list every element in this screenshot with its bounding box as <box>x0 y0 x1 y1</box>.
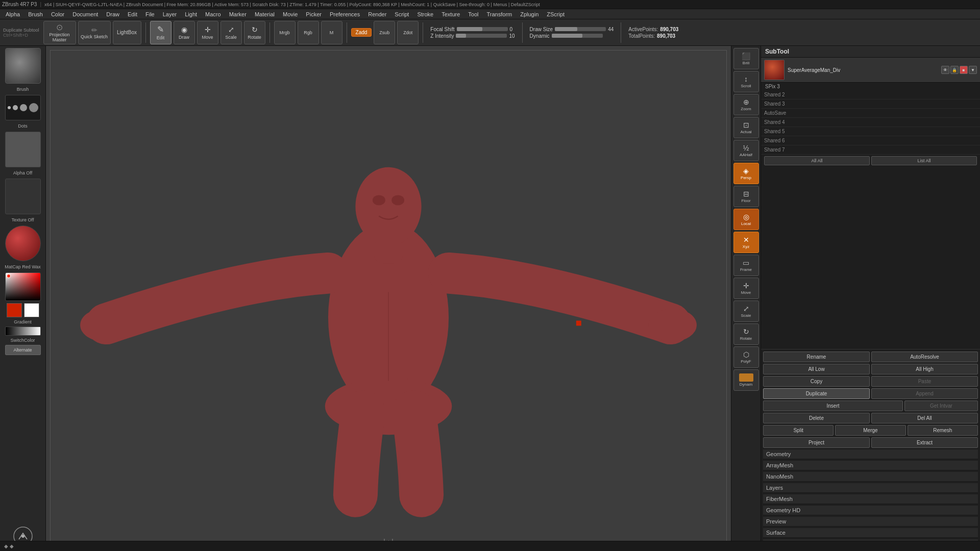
subtool-expand-btn[interactable]: ▼ <box>969 66 977 74</box>
all-all-button[interactable]: All All <box>764 156 870 165</box>
subtool-main-item[interactable]: SuperAverageMan_Div 👁 🔒 ■ ▼ <box>761 58 980 83</box>
dynam-button[interactable]: Dynam <box>733 369 759 391</box>
copy-button[interactable]: Copy <box>763 376 870 387</box>
subtool-color-btn[interactable]: ■ <box>960 66 968 74</box>
nanomesh-section[interactable]: NanoMesh <box>763 472 978 482</box>
scale-rt-button[interactable]: ⤢ Scale <box>733 300 759 322</box>
merge-button[interactable]: Merge <box>835 425 905 436</box>
split-button[interactable]: Split <box>763 425 834 436</box>
get-intvar-button[interactable]: Get Intvar <box>904 400 978 411</box>
rotate-rt-button[interactable]: ↻ Rotate <box>733 323 759 345</box>
dots-preview[interactable] <box>5 95 41 120</box>
brill-button[interactable]: ⬛ Brill <box>733 48 759 69</box>
menu-texture[interactable]: Texture <box>438 10 463 18</box>
menu-brush[interactable]: Brush <box>24 10 46 18</box>
arraymesh-section[interactable]: ArrayMesh <box>763 461 978 470</box>
move-button[interactable]: ✛ Move <box>197 21 218 44</box>
menu-alpha[interactable]: Alpha <box>2 10 23 18</box>
fibermesh-section[interactable]: FiberMesh <box>763 494 978 504</box>
menu-script[interactable]: Script <box>391 10 412 18</box>
menu-stroke[interactable]: Stroke <box>413 10 437 18</box>
aahalf-button[interactable]: ½ AAHalf <box>733 140 759 161</box>
local-button[interactable]: ◎ Local <box>733 209 759 230</box>
rgb-button[interactable]: Rgb <box>298 21 319 44</box>
draw-size-slider[interactable] <box>555 27 606 31</box>
all-high-button[interactable]: All High <box>871 364 978 374</box>
dynamic-slider[interactable] <box>552 34 603 38</box>
polyf-button[interactable]: ⬡ PolyF <box>733 346 759 368</box>
color-picker[interactable] <box>5 272 41 301</box>
menu-render[interactable]: Render <box>364 10 390 18</box>
delete-button[interactable]: Delete <box>763 413 870 423</box>
menu-material[interactable]: Material <box>251 10 278 18</box>
brush-preview[interactable] <box>5 48 41 84</box>
all-low-button[interactable]: All Low <box>763 364 870 374</box>
menu-picker[interactable]: Picker <box>302 10 325 18</box>
subtool-row[interactable]: Shared 7 <box>761 145 980 155</box>
remesh-button[interactable]: Remesh <box>908 425 978 436</box>
subtool-row[interactable]: Shared 4 <box>761 118 980 127</box>
alpha-preview[interactable] <box>5 132 41 167</box>
menu-light[interactable]: Light <box>181 10 201 18</box>
draw-button[interactable]: ◉ Draw <box>174 21 195 44</box>
xyz-button[interactable]: ✕ Xyz <box>733 232 759 253</box>
projection-master-button[interactable]: ⊙ Projection Master <box>43 21 76 44</box>
subtool-row[interactable]: AutoSave <box>761 109 980 118</box>
background-swatch[interactable] <box>24 303 39 317</box>
mrgb-button[interactable]: Mrgb <box>274 21 296 44</box>
subtool-row[interactable]: Shared 6 <box>761 136 980 145</box>
rotate-button[interactable]: ↻ Rotate <box>244 21 265 44</box>
menu-edit[interactable]: Edit <box>124 10 141 18</box>
menu-file[interactable]: File <box>142 10 158 18</box>
menu-document[interactable]: Document <box>69 10 102 18</box>
actual-button[interactable]: ⊡ Actual <box>733 117 759 138</box>
subtool-row[interactable]: Shared 3 <box>761 99 980 109</box>
scroll-button[interactable]: ↕ Scroll <box>733 71 759 92</box>
menu-transform[interactable]: Transform <box>483 10 516 18</box>
subtool-row[interactable]: Shared 5 <box>761 127 980 136</box>
quick-sketch-button[interactable]: ✏ Quick Sketch <box>78 21 111 44</box>
insert-button[interactable]: Insert <box>763 400 903 411</box>
subtool-lock-btn[interactable]: 🔒 <box>950 66 959 74</box>
layers-section[interactable]: Layers <box>763 483 978 493</box>
paste-button[interactable]: Paste <box>871 376 978 387</box>
extract-button[interactable]: Extract <box>871 437 978 448</box>
menu-macro[interactable]: Macro <box>202 10 225 18</box>
alternate-button[interactable]: Alternate <box>5 345 41 355</box>
duplicate-button[interactable]: Duplicate <box>763 388 870 399</box>
geometry-top-section[interactable]: Geometry <box>763 449 978 459</box>
zdot-button[interactable]: Zdot <box>397 21 419 44</box>
menu-preferences[interactable]: Preferences <box>326 10 363 18</box>
menu-draw[interactable]: Draw <box>103 10 123 18</box>
list-all-button[interactable]: List All <box>871 156 977 165</box>
menu-zscript[interactable]: ZScript <box>543 10 568 18</box>
edit-button[interactable]: ✎ Edit <box>150 21 172 44</box>
subtool-vis-btn[interactable]: 👁 <box>941 66 949 74</box>
z-intensity-slider[interactable] <box>456 34 507 38</box>
foreground-swatch[interactable] <box>7 303 22 317</box>
del-all-button[interactable]: Del All <box>871 413 978 423</box>
auto-resolve-button[interactable]: AutoResolve <box>871 352 978 362</box>
rename-button[interactable]: Rename <box>763 352 870 362</box>
zoom-button[interactable]: ⊕ Zoom <box>733 94 759 115</box>
zsub-button[interactable]: Zsub <box>374 21 395 44</box>
canvas-area[interactable]: ◆ <box>46 46 731 551</box>
focal-shift-slider[interactable] <box>457 27 508 31</box>
frame-button[interactable]: ▭ Frame <box>733 255 759 276</box>
scale-button[interactable]: ⤢ Scale <box>220 21 242 44</box>
geometry-hd-section[interactable]: Geometry HD <box>763 506 978 515</box>
model-viewport[interactable] <box>46 46 731 551</box>
menu-zplugin[interactable]: Zplugin <box>517 10 542 18</box>
menu-movie[interactable]: Movie <box>279 10 301 18</box>
preview-section[interactable]: Preview <box>763 517 978 527</box>
menu-color[interactable]: Color <box>47 10 68 18</box>
lightbox-button[interactable]: LightBox <box>113 21 141 44</box>
zadd-button[interactable]: Zadd <box>351 28 372 37</box>
menu-tool[interactable]: Tool <box>464 10 482 18</box>
texture-preview[interactable] <box>5 179 41 214</box>
subtool-row[interactable]: Shared 2 <box>761 90 980 99</box>
surface-section[interactable]: Surface <box>763 528 978 538</box>
matcap-preview[interactable] <box>5 226 41 261</box>
menu-layer[interactable]: Layer <box>159 10 181 18</box>
floor-button[interactable]: ⊟ Floor <box>733 186 759 207</box>
